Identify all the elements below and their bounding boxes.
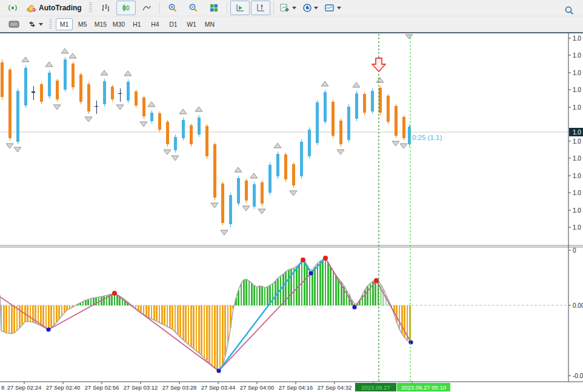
zoom-out-button[interactable] [184, 1, 203, 15]
price-axis-label: 1.0 [573, 207, 581, 214]
fractal-up-icon [321, 81, 328, 86]
line-chart-icon [142, 3, 152, 13]
indicator-bar [288, 270, 290, 305]
search-button[interactable] [559, 3, 579, 18]
timeframe-D1[interactable]: D1 [165, 18, 182, 30]
timeframe-H1[interactable]: H1 [128, 18, 145, 30]
bar-chart-button[interactable] [96, 1, 115, 15]
indicator-bar [304, 261, 305, 305]
indicator-bar [45, 305, 47, 328]
indicator-bar [248, 281, 250, 305]
indicator-bar [30, 305, 32, 322]
templates-menu-button[interactable] [322, 1, 344, 15]
indicator-bar [182, 305, 184, 340]
indicator-bar [243, 280, 245, 305]
indicator-bar [245, 279, 247, 305]
auto-scroll-button[interactable] [230, 1, 250, 15]
signal-dot-red [323, 256, 328, 261]
timeframe-M5[interactable]: M5 [74, 18, 91, 30]
chevron-down-icon[interactable] [337, 7, 341, 10]
time-axis-label: 27 Sep 03:44 [201, 384, 236, 391]
zoom-in-button[interactable] [163, 1, 182, 15]
indicator-bar [296, 267, 298, 305]
indicator-bar [224, 305, 226, 356]
indicator-axis-label: 0.00 [573, 302, 583, 309]
signal-icon [8, 3, 18, 13]
chart-shift-icon [256, 3, 265, 13]
indicator-bar [317, 263, 319, 305]
toolbar-separator [227, 2, 227, 14]
toolbar-separator [159, 2, 160, 14]
timeframes-menu-button[interactable] [300, 1, 321, 15]
candles-group [1, 57, 411, 227]
indicator-bar [201, 305, 202, 356]
indicator-bar [338, 279, 339, 305]
indicator-bar [156, 305, 158, 321]
indicator-bar [222, 305, 224, 365]
candle-body [229, 195, 232, 224]
indicator-bar [335, 275, 337, 305]
indicator-axis-label: 0 [573, 247, 576, 254]
indicator-bar [5, 305, 7, 333]
candle-body [347, 107, 350, 140]
candle-body [387, 96, 390, 122]
candle-body [261, 182, 264, 204]
chevron-down-icon[interactable] [39, 23, 43, 26]
indicator-bar [58, 305, 60, 319]
indicator-bar [167, 305, 168, 327]
tile-windows-icon [209, 3, 219, 13]
fractal-up-icon [61, 48, 68, 53]
indicator-bar [161, 305, 163, 324]
indicator-bar [42, 305, 44, 327]
fractal-down-icon [85, 117, 92, 122]
fractal-up-icon [148, 102, 155, 107]
candle-body [56, 81, 59, 99]
indicator-bar [50, 305, 52, 327]
price-axis-label: 1.0 [573, 52, 581, 59]
zoom-out-icon [188, 3, 198, 13]
price-axis-label: 1.0 [573, 35, 581, 42]
candle-body [205, 126, 208, 156]
fractal-up-icon [45, 62, 53, 67]
indicator-bar [172, 305, 173, 330]
chart-object-button[interactable] [4, 17, 24, 32]
indicator-bar [256, 287, 258, 305]
signal-dot-blue [308, 271, 313, 275]
chevron-down-icon[interactable] [314, 7, 318, 10]
search-icon [564, 5, 575, 16]
indicator-bar [145, 305, 147, 316]
main-toolbar: AutoTrading [0, 0, 583, 16]
candle-body [221, 184, 224, 223]
indicator-bar [282, 274, 284, 305]
timeframe-M1[interactable]: M1 [56, 18, 73, 30]
indicator-bar [185, 305, 187, 342]
candle-body [213, 144, 216, 198]
timeframe-H4[interactable]: H4 [147, 18, 164, 30]
indicator-bar [306, 265, 308, 305]
price-axis-label: 1.0 [573, 87, 581, 93]
tile-windows-button[interactable] [204, 1, 224, 15]
timeframe-MN[interactable]: MN [201, 18, 218, 30]
timeframe-M30[interactable]: M30 [110, 18, 127, 30]
add-indicator-button[interactable] [277, 1, 299, 15]
candle-body [8, 70, 12, 138]
chevron-down-icon[interactable] [292, 7, 296, 10]
indicator-bar [375, 280, 376, 305]
chart-shift-button[interactable] [251, 1, 270, 15]
timeframe-W1[interactable]: W1 [183, 18, 200, 30]
tick-arrows-button[interactable] [25, 17, 45, 32]
indicator-bar [48, 305, 50, 330]
candle-body [64, 59, 67, 90]
toolbar-grip [89, 2, 92, 13]
line-chart-button[interactable] [137, 1, 156, 15]
trading-terminal: { "window":{"width":962,"height":647}, "… [0, 0, 583, 392]
autotrading-button[interactable]: AutoTrading [24, 1, 85, 15]
candlestick-chart-button[interactable] [116, 1, 136, 15]
chart-canvas[interactable]: 0:25 (1.1)1.01.01.01.01.01.01.01.01.01.0… [0, 33, 583, 392]
timeframe-M15[interactable]: M15 [92, 18, 109, 30]
chart-shift-marker[interactable] [405, 35, 413, 39]
candle-body [245, 181, 248, 201]
indicator-bar [179, 305, 181, 337]
signal-button[interactable] [3, 1, 22, 15]
indicator-bar [330, 267, 331, 305]
